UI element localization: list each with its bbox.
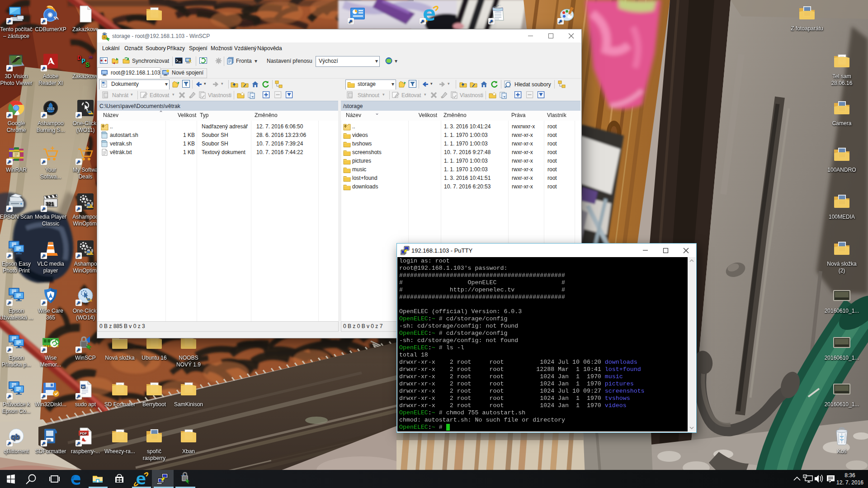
svg-text:x: x — [189, 95, 191, 99]
svg-text:x: x — [441, 95, 443, 99]
